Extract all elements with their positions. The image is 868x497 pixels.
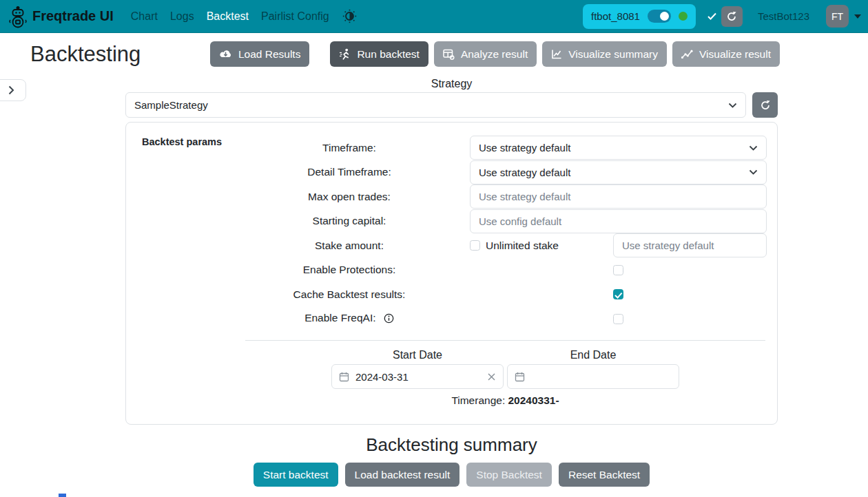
clear-start-date-icon[interactable] [487,372,496,381]
user-avatar[interactable]: FT [826,5,849,28]
start-date-input[interactable]: 2024-03-31 [331,364,504,389]
load-results-label: Load Results [238,48,300,61]
timeframe-selected-value: Use strategy default [479,142,570,154]
chevron-right-icon [8,85,14,95]
timeframe-select[interactable]: Use strategy default [470,136,767,160]
param-row-stake-amount: Stake amount: Unlimited stake [126,233,777,258]
timerange-text: Timerange: 20240331- [245,394,765,407]
starting-capital-label: Starting capital: [236,215,462,227]
robot-logo-icon [8,5,28,28]
start-date-label: Start Date [331,349,504,361]
timeframe-label: Timeframe: [236,142,462,154]
top-navbar: Freqtrade UI Chart Logs Backtest Pairlis… [0,0,868,33]
stop-backtest-button[interactable]: Stop Backtest [466,463,552,487]
expand-sidebar-button[interactable] [0,79,26,101]
chevron-down-icon [749,145,758,151]
unlimited-stake-checkbox[interactable] [470,240,480,251]
analyze-result-button[interactable]: Analyze result [434,41,537,67]
visualize-summary-button[interactable]: Visualize summary [542,41,667,67]
param-row-starting-capital: Starting capital: [126,209,777,234]
run-backtest-button[interactable]: Run backtest [330,41,428,67]
connection-check-icon [707,12,716,20]
bot-selector-badge[interactable]: ftbot_8081 [583,4,696,29]
params-card-title: Backtest params [142,136,222,147]
start-date-value: 2024-03-31 [355,371,409,383]
param-row-timeframe: Timeframe: Use strategy default [126,136,777,160]
toggle-knob [660,12,669,21]
max-open-trades-label: Max open trades: [236,191,462,203]
bot-enable-toggle[interactable] [648,10,671,23]
strategy-row: SampleStrategy [125,92,778,118]
refresh-strategies-button[interactable] [752,92,778,118]
starting-capital-input[interactable] [470,209,767,233]
enable-freqai-label: Enable FreqAI: [304,312,375,324]
param-row-enable-freqai: Enable FreqAI: [126,307,777,332]
visualize-result-button[interactable]: Visualize result [672,41,780,67]
visualize-summary-label: Visualize summary [568,48,658,61]
bot-username: TestBot123 [758,10,809,22]
param-row-cache-results: Cache Backtest results: [126,282,777,307]
strategy-selected-value: SampleStrategy [134,99,208,111]
backtest-main: Strategy SampleStrategy Backtest params … [125,78,778,487]
calendar-icon [515,372,525,382]
enable-protections-checkbox[interactable] [613,265,623,275]
bot-online-dot [679,12,688,21]
main-nav: Chart Logs Backtest Pairlist Config [125,10,335,23]
date-range-row: Start Date 2024-03-31 [245,349,765,389]
strategy-select[interactable]: SampleStrategy [125,92,746,118]
cloud-download-icon [219,49,232,59]
reset-backtest-button[interactable]: Reset Backtest [559,463,650,487]
analyze-result-label: Analyze result [461,48,528,61]
end-date-input[interactable] [507,364,679,389]
detail-timeframe-selected-value: Use strategy default [479,167,570,178]
summary-title: Backtesting summary [125,434,778,456]
header-actions: Load Results Run backtest [210,41,780,67]
backtest-params-card: Backtest params Timeframe: Use strategy … [125,122,778,425]
theme-toggle-button[interactable] [341,8,358,25]
param-row-max-open-trades: Max open trades: [126,184,777,209]
cache-results-label: Cache Backtest results: [236,288,462,301]
detail-timeframe-label: Detail Timeframe: [236,166,462,178]
brand-link[interactable]: Freqtrade UI [8,5,114,28]
detail-timeframe-select[interactable]: Use strategy default [470,160,767,184]
cache-results-checkbox[interactable] [613,289,623,299]
line-chart-icon [551,49,562,60]
param-row-detail-timeframe: Detail Timeframe: Use strategy default [126,160,777,185]
timerange-label: Timerange: [451,394,508,406]
navbar-right-group: ftbot_8081 TestBot123 FT [583,4,861,29]
max-open-trades-input[interactable] [470,184,767,209]
nav-link-chart[interactable]: Chart [125,10,164,23]
enable-freqai-checkbox[interactable] [613,314,623,324]
end-date-label: End Date [507,349,679,361]
reload-bot-button[interactable] [721,6,743,27]
enable-protections-label: Enable Protections: [236,264,462,276]
visualize-result-label: Visualize result [699,48,771,61]
nav-link-pairlist-config[interactable]: Pairlist Config [255,10,335,23]
strategy-label: Strategy [125,78,778,90]
refresh-icon [726,11,737,22]
summary-actions: Start backtest Load backtest result Stop… [125,463,778,487]
chevron-down-icon [854,14,861,19]
nav-link-backtest[interactable]: Backtest [200,10,255,23]
section-divider [245,340,765,341]
param-row-enable-protections: Enable Protections: [126,258,777,283]
page-header: Backtesting Load Results [0,33,868,74]
stake-amount-label: Stake amount: [236,240,462,252]
scatter-chart-icon [681,49,693,59]
avatar-initials: FT [831,11,843,22]
load-backtest-result-button[interactable]: Load backtest result [345,463,460,487]
calendar-icon [339,372,349,382]
timerange-value: 20240331- [508,394,559,406]
table-eye-icon [443,49,455,60]
stake-amount-input[interactable] [613,233,767,257]
run-backtest-label: Run backtest [357,48,419,61]
bot-name: ftbot_8081 [591,10,640,22]
bottom-blue-fragment [59,494,66,497]
load-results-button[interactable]: Load Results [210,41,309,67]
unlimited-stake-label: Unlimited stake [486,240,559,252]
page-title: Backtesting [30,42,141,67]
info-icon[interactable] [384,313,394,326]
nav-link-logs[interactable]: Logs [164,10,200,23]
theme-contrast-icon [342,9,357,23]
start-backtest-button[interactable]: Start backtest [254,463,338,487]
